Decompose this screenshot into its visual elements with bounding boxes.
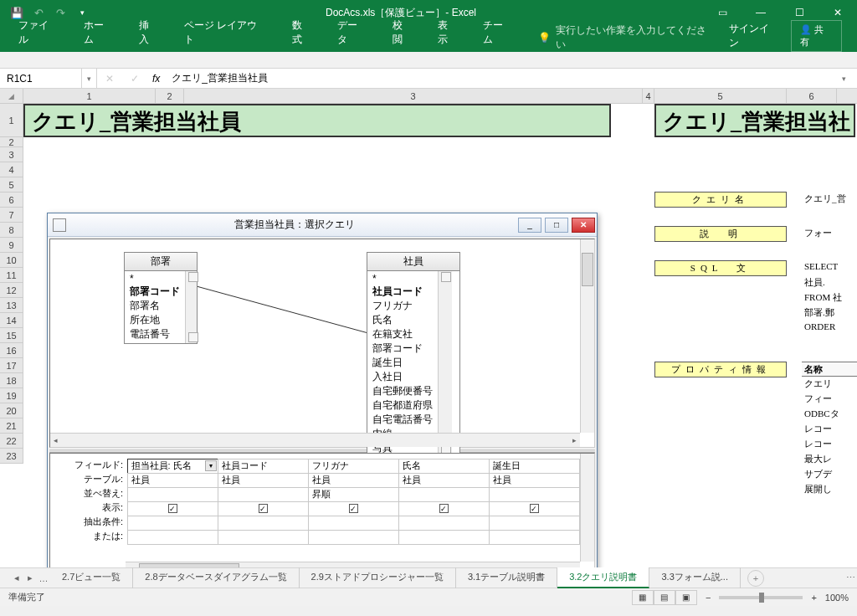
grid-cell[interactable]: ✓ xyxy=(308,501,399,516)
field-item[interactable]: * xyxy=(128,273,182,285)
tab-formulas[interactable]: 数式 xyxy=(280,13,324,52)
grid-cell[interactable]: 社員 xyxy=(489,473,580,488)
lower-v-scroll[interactable] xyxy=(580,454,594,562)
grid-cell[interactable] xyxy=(398,487,490,502)
col-header[interactable]: 2 xyxy=(156,89,184,103)
cell-r17[interactable]: レコー xyxy=(802,422,857,437)
fx-icon[interactable]: fx xyxy=(147,73,165,85)
new-sheet-icon[interactable]: + xyxy=(747,570,764,587)
cell-r18[interactable]: レコー xyxy=(802,437,857,452)
grid-cell[interactable]: 誕生日 xyxy=(489,459,580,474)
field-item[interactable]: 入社日 xyxy=(371,370,434,384)
grid-cell[interactable]: 昇順 xyxy=(308,487,399,502)
name-box[interactable]: R1C1 xyxy=(0,69,82,88)
upper-v-scroll[interactable] xyxy=(580,239,594,433)
grid-cell[interactable]: 社員 xyxy=(127,473,218,488)
access-close-icon[interactable]: ✕ xyxy=(572,218,595,233)
cell-r20[interactable]: サブデ xyxy=(802,467,857,482)
show-checkbox[interactable]: ✓ xyxy=(259,504,268,513)
query-grid[interactable]: 担当社員: 氏名▾社員コードフリガナ氏名誕生日社員社員社員社員社員昇順✓✓✓✓✓ xyxy=(127,459,579,544)
dropdown-icon[interactable]: ▾ xyxy=(205,460,217,471)
row-header[interactable]: 14 xyxy=(0,313,23,328)
table-shain[interactable]: 社員 *社員コードフリガナ氏名在籍支社部署コード誕生日入社日自宅郵便番号自宅都道… xyxy=(367,253,460,458)
grid-cell[interactable]: 社員 xyxy=(308,473,399,488)
upper-h-scroll[interactable]: ◂▸ xyxy=(50,433,580,447)
field-item[interactable]: 自宅郵便番号 xyxy=(371,384,434,398)
show-checkbox[interactable]: ✓ xyxy=(439,504,449,513)
field-item[interactable]: 電話番号 xyxy=(128,327,182,341)
tab-review[interactable]: 校閲 xyxy=(381,13,424,52)
grid-cell[interactable]: ✓ xyxy=(398,501,490,516)
tab-team[interactable]: チーム xyxy=(471,13,525,52)
table-busho[interactable]: 部署 *部署コード部署名所在地電話番号 xyxy=(124,253,198,344)
zoom-level[interactable]: 100% xyxy=(825,593,849,603)
row-header[interactable]: 13 xyxy=(0,298,23,313)
cell-r7[interactable]: SELECT xyxy=(802,260,857,275)
field-item[interactable]: 自宅電話番号 xyxy=(371,413,434,427)
row-header[interactable]: 4 xyxy=(0,162,23,177)
cell-r15[interactable]: フィー xyxy=(802,392,857,407)
cell-r13[interactable]: 名称 xyxy=(802,362,857,377)
access-minimize-icon[interactable]: _ xyxy=(518,218,541,233)
view-page-layout-icon[interactable]: ▤ xyxy=(654,590,675,605)
field-item[interactable]: 誕生日 xyxy=(371,356,434,370)
undo-icon[interactable]: ↶ xyxy=(28,3,49,23)
row-header[interactable]: 16 xyxy=(0,343,23,358)
grid-cell[interactable]: 社員 xyxy=(218,473,309,488)
row-header[interactable]: 11 xyxy=(0,268,23,283)
cancel-formula-icon[interactable]: ✕ xyxy=(97,73,122,85)
cell-r9[interactable]: FROM 社 xyxy=(802,290,857,305)
row-header[interactable]: 18 xyxy=(0,373,23,388)
tab-more-icon[interactable]: … xyxy=(37,573,50,583)
cell-r8[interactable]: 社員. xyxy=(802,275,857,290)
field-item[interactable]: 氏名 xyxy=(371,313,434,327)
row-header[interactable]: 19 xyxy=(0,388,23,403)
signin-link[interactable]: サインイン xyxy=(729,22,779,50)
field-item[interactable]: 部署コード xyxy=(371,341,434,356)
cell-r3[interactable]: クエリ_営 xyxy=(802,192,857,207)
cell-r16[interactable]: ODBCタ xyxy=(802,407,857,422)
table-busho-header[interactable]: 部署 xyxy=(124,252,198,271)
row-header[interactable]: 22 xyxy=(0,434,23,449)
grid-cell[interactable]: 社員 xyxy=(398,473,490,488)
cell-r10[interactable]: 部署.郵 xyxy=(802,305,857,321)
field-item[interactable]: 社員コード xyxy=(371,285,434,299)
row-header[interactable]: 12 xyxy=(0,283,23,298)
tell-me-search[interactable]: 💡 実行したい作業を入力してください xyxy=(526,23,728,52)
tab-data[interactable]: データ xyxy=(326,13,379,52)
grid-cell[interactable] xyxy=(218,487,309,502)
grid-cell[interactable] xyxy=(308,516,399,531)
cell-title-2[interactable]: クエリ_営業担当社 xyxy=(654,104,855,137)
share-button[interactable]: 👤 共有 xyxy=(791,20,842,52)
field-item[interactable]: 在籍支社 xyxy=(371,327,434,341)
sheet-tab[interactable]: 3.3フォーム説... xyxy=(649,567,740,588)
tab-menu-icon[interactable]: ⋯ xyxy=(844,572,857,583)
grid-cell[interactable] xyxy=(127,516,218,531)
row-header[interactable]: 9 xyxy=(0,238,23,253)
cell-title-1[interactable]: クエリ_営業担当社員 xyxy=(23,104,611,137)
tab-page-layout[interactable]: ページ レイアウト xyxy=(172,13,279,52)
grid-cell[interactable] xyxy=(489,516,580,531)
sheet-tab[interactable]: 2.8データベースダイアグラム一覧 xyxy=(133,567,299,588)
busho-scroll[interactable] xyxy=(185,271,197,343)
show-checkbox[interactable]: ✓ xyxy=(349,504,358,513)
view-normal-icon[interactable]: ▦ xyxy=(632,590,654,605)
row-header[interactable]: 8 xyxy=(0,223,23,238)
field-item[interactable]: * xyxy=(371,273,434,285)
zoom-slider[interactable] xyxy=(719,596,803,599)
access-titlebar[interactable]: 営業担当社員：選択クエリ _ □ ✕ xyxy=(48,213,597,237)
field-item[interactable]: 部署名 xyxy=(128,299,182,313)
redo-icon[interactable]: ↷ xyxy=(50,3,70,23)
access-maximize-icon[interactable]: □ xyxy=(545,218,568,233)
cells-grid[interactable]: クエリ_営業担当社員 クエリ_営業担当社 クエリ名 説 明 SQL 文 プロパテ… xyxy=(23,104,857,567)
grid-cell[interactable] xyxy=(398,530,490,545)
expand-formula-bar-icon[interactable]: ▾ xyxy=(842,74,857,83)
zoom-in-icon[interactable]: + xyxy=(811,593,816,603)
row-header[interactable]: 5 xyxy=(0,177,23,192)
row-header[interactable]: 10 xyxy=(0,253,23,268)
col-header[interactable]: 4 xyxy=(643,89,654,103)
row-header[interactable]: 3 xyxy=(0,147,23,162)
tab-view[interactable]: 表示 xyxy=(426,13,470,52)
grid-cell[interactable] xyxy=(218,530,309,545)
tab-scroll-left-icon[interactable]: ◂ xyxy=(10,572,23,583)
